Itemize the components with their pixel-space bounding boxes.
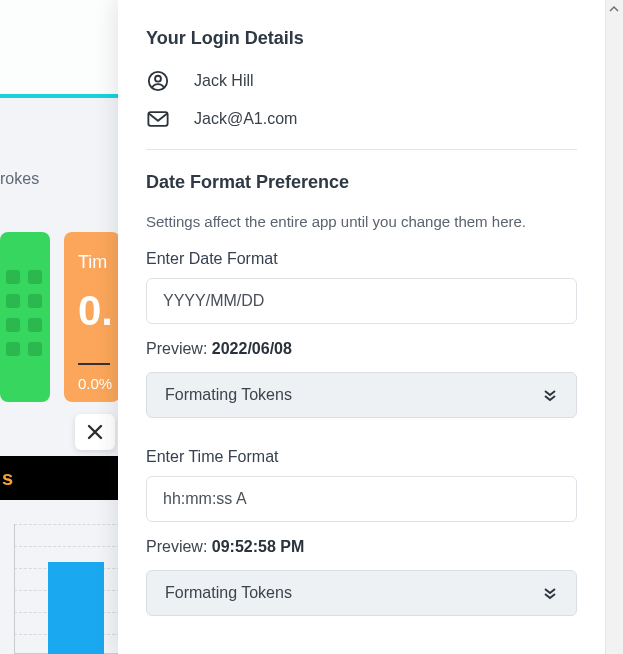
time-format-input[interactable] [146, 476, 577, 522]
date-format-input[interactable] [146, 278, 577, 324]
card-time: Tim 0. 0.0% [64, 232, 120, 402]
user-icon [146, 69, 170, 93]
scroll-up-button[interactable] [605, 0, 623, 18]
time-format-label: Enter Time Format [146, 448, 577, 466]
chevron-down-icon [542, 585, 558, 601]
user-name-row: Jack Hill [146, 69, 577, 93]
card-time-value: 0. [78, 287, 120, 335]
time-preview-value: 09:52:58 PM [212, 538, 305, 555]
chart-bar [48, 562, 104, 654]
settings-panel: Your Login Details Jack Hill Jack@A1.com… [118, 0, 605, 654]
svg-rect-2 [148, 112, 167, 126]
banner-bar: s [0, 456, 120, 500]
chevron-down-icon [542, 387, 558, 403]
time-tokens-label: Formating Tokens [165, 584, 292, 602]
activity-grid [6, 270, 42, 356]
svg-point-1 [155, 76, 161, 82]
stat-cards: Tim 0. 0.0% [0, 232, 120, 402]
banner-text-partial: s [0, 467, 13, 489]
user-email-row: Jack@A1.com [146, 107, 577, 131]
login-details-heading: Your Login Details [146, 28, 577, 49]
date-preview-value: 2022/06/08 [212, 340, 292, 357]
time-tokens-toggle[interactable]: Formating Tokens [146, 570, 577, 616]
close-icon [86, 423, 104, 441]
email-icon [146, 107, 170, 131]
card-time-title: Tim [78, 252, 120, 273]
tab-keystrokes-partial[interactable]: rokes [0, 170, 39, 188]
date-pref-sub: Settings affect the entire app until you… [146, 213, 577, 230]
time-preview-label: Preview: [146, 538, 212, 555]
user-email: Jack@A1.com [194, 110, 297, 128]
chart [0, 524, 120, 654]
card-time-percent: 0.0% [78, 375, 120, 392]
date-tokens-toggle[interactable]: Formating Tokens [146, 372, 577, 418]
time-preview: Preview: 09:52:58 PM [146, 538, 577, 556]
accent-bar [0, 94, 120, 98]
date-format-label: Enter Date Format [146, 250, 577, 268]
close-button[interactable] [75, 414, 115, 450]
header-bg [0, 0, 120, 94]
scrollbar[interactable] [605, 0, 623, 654]
date-preview-label: Preview: [146, 340, 212, 357]
date-tokens-label: Formating Tokens [165, 386, 292, 404]
card-activity [0, 232, 50, 402]
date-pref-heading: Date Format Preference [146, 172, 577, 193]
date-preview: Preview: 2022/06/08 [146, 340, 577, 358]
chevron-up-icon [609, 4, 619, 14]
card-divider [78, 363, 110, 365]
divider [146, 149, 577, 150]
user-name: Jack Hill [194, 72, 254, 90]
